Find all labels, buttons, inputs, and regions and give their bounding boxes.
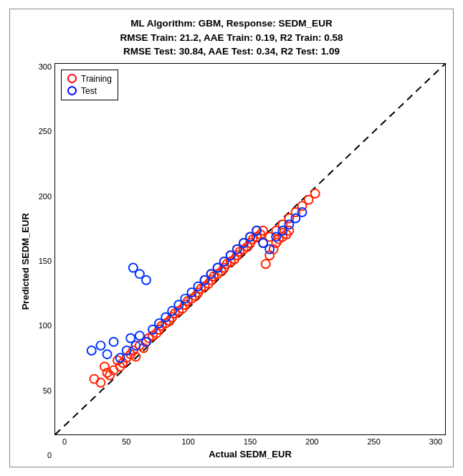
chart-container: ML Algorithm: GBM, Response: SEDM_EUR RM… <box>9 9 454 467</box>
x-tick-label: 50 <box>116 437 136 446</box>
y-tick-label: 200 <box>34 193 54 201</box>
x-tick-label: 100 <box>178 437 199 446</box>
plot-area: Training Test <box>54 63 446 435</box>
y-tick-label: 50 <box>34 387 54 395</box>
svg-point-112 <box>298 208 307 216</box>
y-tick-label: 250 <box>34 128 54 135</box>
svg-point-79 <box>87 346 96 355</box>
svg-point-115 <box>142 275 151 284</box>
x-ticks: 050100150200250300 <box>54 437 446 446</box>
y-tick-label: 100 <box>34 322 54 330</box>
svg-point-53 <box>262 260 270 268</box>
y-tick-label: 300 <box>34 63 54 71</box>
chart-body: Predicted SEDM_EUR 050100150200250300 Tr… <box>17 63 446 460</box>
svg-point-81 <box>103 350 112 358</box>
y-tick-label: 150 <box>34 257 54 265</box>
svg-point-78 <box>311 189 320 198</box>
plot-and-x: Training Test 050100150200250300 Actual … <box>54 63 446 460</box>
y-tick-label: 0 <box>34 452 54 460</box>
svg-point-80 <box>96 341 105 350</box>
x-tick-label: 250 <box>364 437 384 446</box>
chart-right: 050100150200250300 Training Test <box>34 63 446 460</box>
svg-point-2 <box>96 379 105 387</box>
x-tick-label: 150 <box>240 437 260 446</box>
plot-area-wrapper: 050100150200250300 Training Test <box>34 63 446 460</box>
y-ticks: 050100150200250300 <box>34 63 54 460</box>
y-axis-label: Predicted SEDM_EUR <box>17 63 33 460</box>
chart-title: ML Algorithm: GBM, Response: SEDM_EUR RM… <box>120 16 343 59</box>
x-tick-label: 0 <box>54 437 75 446</box>
svg-point-82 <box>110 338 118 346</box>
x-tick-label: 200 <box>302 437 322 446</box>
svg-point-1 <box>90 374 98 383</box>
x-tick-label: 300 <box>426 437 446 446</box>
x-axis-label: Actual SEDM_EUR <box>54 449 446 460</box>
